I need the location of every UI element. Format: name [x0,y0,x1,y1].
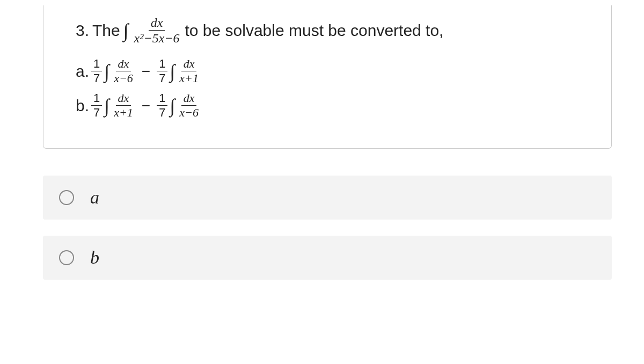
question-suffix: to be solvable must be converted to, [185,21,444,40]
frac-a2: dx x+1 [177,58,201,84]
coef-b1-den: 7 [91,106,102,119]
coef-a1: 1 7 [91,58,102,84]
frac-b1: dx x+1 [112,92,135,119]
coef-b2-num: 1 [157,92,167,106]
question-line: 3. The ∫ dx x²−5x−6 to be solvable must … [76,16,590,45]
frac-b1-num: dx [116,92,131,106]
coef-b1-num: 1 [91,92,102,106]
answer-option-a[interactable]: a [43,176,612,220]
option-b-line: b. 1 7 ∫ dx x+1 − 1 7 ∫ dx x−6 [76,92,590,119]
frac-a1: dx x−6 [112,58,135,84]
coef-a1-num: 1 [91,58,102,71]
integral-symbol: ∫ [123,19,129,42]
frac-a1-den: x−6 [112,71,135,84]
main-fraction: dx x²−5x−6 [132,16,182,45]
int-b2: ∫ [170,94,175,117]
frac-b2: dx x−6 [177,92,201,119]
coef-a2-den: 7 [157,71,167,84]
option-a-label: a. [76,62,89,81]
answer-label-b: b [90,247,99,268]
radio-a[interactable] [59,190,74,205]
frac-b2-den: x−6 [177,106,201,119]
answer-option-b[interactable]: b [43,236,612,280]
frac-b1-den: x+1 [112,106,135,119]
frac-a2-den: x+1 [177,71,201,84]
option-a-line: a. 1 7 ∫ dx x−6 − 1 7 ∫ dx x+1 [76,58,590,84]
question-box: 3. The ∫ dx x²−5x−6 to be solvable must … [43,5,612,149]
coef-a1-den: 7 [91,71,102,84]
frac-a2-num: dx [181,58,197,71]
int-a1: ∫ [104,60,109,83]
main-frac-den: x²−5x−6 [132,31,182,45]
minus-b: − [142,97,150,114]
question-number: 3. [76,21,89,40]
int-b1: ∫ [104,94,109,117]
question-prefix: The [92,21,120,40]
main-frac-num: dx [149,16,165,31]
frac-a1-num: dx [116,58,131,71]
coef-a2-num: 1 [157,58,167,71]
coef-b2-den: 7 [157,106,167,119]
coef-b1: 1 7 [91,92,102,119]
option-b-label: b. [76,97,89,115]
coef-b2: 1 7 [157,92,167,119]
answer-label-a: a [90,187,99,208]
frac-b2-num: dx [181,92,197,106]
int-a2: ∫ [170,60,175,83]
coef-a2: 1 7 [157,58,167,84]
radio-b[interactable] [59,250,74,265]
minus-a: − [142,63,150,80]
